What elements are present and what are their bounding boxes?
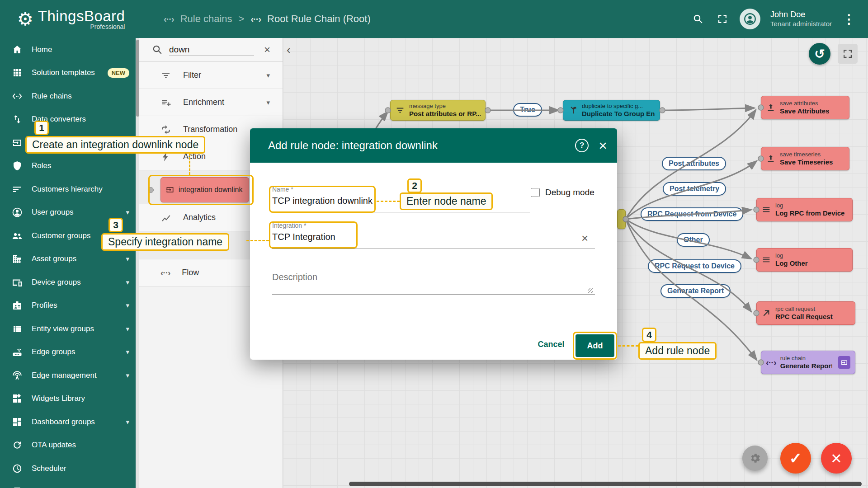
sidebar-item-solution-templates[interactable]: Solution templatesNEW: [0, 61, 136, 85]
list-icon: [761, 255, 771, 265]
palette-node-integration-downlink[interactable]: integration downlink: [160, 177, 249, 202]
thingsboard-logo-icon: ⚙: [17, 10, 33, 28]
sidebar-item-rule-chains[interactable]: Rule chains: [0, 84, 136, 108]
sidebar-item-device-groups[interactable]: Device groups▾: [0, 271, 136, 294]
dashboard-icon: [12, 417, 23, 427]
palette-category-filter[interactable]: Filter▾: [139, 62, 283, 89]
dialog-header: Add rule node: integration downlink ? ×: [250, 128, 617, 163]
chevron-down-icon: ▾: [266, 71, 270, 80]
sidebar-nav: Home Solution templatesNEW Rule chains D…: [0, 38, 136, 488]
rule-node-message-type[interactable]: message typePost attributes or RP...: [390, 100, 486, 121]
chevron-down-icon: ▾: [126, 278, 129, 286]
name-input[interactable]: [272, 196, 408, 206]
rule-node-save-timeseries[interactable]: save timeseriesSave Timeseries: [761, 147, 849, 170]
cancel-button[interactable]: Cancel: [533, 340, 569, 349]
paint-icon: [12, 486, 23, 488]
update-icon: [12, 440, 23, 450]
description-input[interactable]: [272, 272, 498, 282]
list-icon: [761, 205, 771, 215]
clear-integration-icon[interactable]: ×: [581, 231, 588, 245]
palette-category-enrichment[interactable]: Enrichment▾: [139, 89, 283, 116]
version-history-button[interactable]: ↺: [809, 43, 830, 65]
add-button[interactable]: Add: [576, 334, 614, 357]
rule-node-save-attributes[interactable]: save attributesSave Attributes: [761, 96, 849, 119]
clear-search-icon[interactable]: ×: [264, 43, 270, 56]
annotation-step-text: Enter node name: [400, 192, 493, 210]
open-rule-chain-icon[interactable]: [838, 356, 850, 369]
rule-node-log-other[interactable]: logLog Other: [756, 248, 853, 272]
palette-search-input[interactable]: [169, 44, 254, 56]
building-icon: [12, 253, 23, 264]
trend-line-icon: [160, 212, 171, 223]
discard-changes-fab[interactable]: ×: [821, 443, 852, 474]
clock-icon: [12, 463, 23, 474]
sidebar-item-edge-groups[interactable]: Edge groups▾: [0, 341, 136, 364]
sidebar-item-home[interactable]: Home: [0, 38, 136, 61]
rule-node-rpc-call-request[interactable]: rpc call requestRPC Call Request: [756, 301, 855, 325]
rule-chain-icon: ‹··›: [164, 14, 174, 24]
dialog-title: Add rule node: integration downlink: [268, 139, 438, 152]
debug-mode-checkbox[interactable]: Debug mode: [531, 188, 594, 197]
sidebar-item-edge-management[interactable]: Edge management▾: [0, 364, 136, 387]
widgets-icon: [12, 393, 23, 404]
breadcrumb-current: Root Rule Chain (Root): [267, 13, 371, 25]
split-arrows-icon: [568, 105, 578, 115]
fullscreen-icon[interactable]: [715, 12, 730, 26]
rule-node-duplicate-to-group[interactable]: duplicate to specific g...Duplicate To G…: [563, 100, 660, 121]
home-icon: [12, 44, 23, 55]
sidebar-item-dashboard-groups[interactable]: Dashboard groups▾: [0, 410, 136, 434]
user-role: Tenant administrator: [770, 20, 832, 28]
upload-icon: [766, 103, 776, 113]
user-info[interactable]: John Doe Tenant administrator: [770, 9, 832, 28]
sidebar-item-ota-updates[interactable]: OTA updates: [0, 434, 136, 457]
annotation-step-number: 1: [34, 121, 49, 135]
breadcrumb: ‹··› Rule chains > ‹··› Root Rule Chain …: [164, 13, 371, 25]
name-underline: [272, 212, 530, 212]
sidebar-item-widgets-library[interactable]: Widgets Library: [0, 387, 136, 411]
rule-node-partially-hidden[interactable]: [617, 209, 626, 229]
debug-checkbox-input[interactable]: [531, 188, 540, 197]
sidebar-item-asset-groups[interactable]: Asset groups▾: [0, 248, 136, 271]
sidebar-item-roles[interactable]: Roles: [0, 155, 136, 178]
sidebar-scrollbar-thumb[interactable]: [136, 40, 139, 117]
apply-changes-fab[interactable]: ✓: [780, 443, 811, 474]
collapse-panel-icon[interactable]: ‹: [287, 43, 291, 57]
rule-node-rule-chain-generate-report[interactable]: ‹··› rule chainGenerate Report: [761, 351, 855, 374]
kebab-menu-icon[interactable]: ⋮: [842, 12, 856, 26]
debug-settings-fab[interactable]: [742, 446, 768, 471]
person-circle-icon: [12, 207, 23, 218]
brand-logo[interactable]: ⚙ ThingsBoard Professional: [0, 8, 136, 30]
canvas-horizontal-scrollbar[interactable]: [349, 482, 862, 486]
sidebar-item-profiles[interactable]: Profiles▾: [0, 294, 136, 318]
link-label-generate-report: Generate Report: [660, 284, 731, 298]
gear-icon: [749, 452, 761, 465]
help-icon[interactable]: ?: [575, 139, 589, 152]
top-bar: ⚙ ThingsBoard Professional ‹··› Rule cha…: [0, 0, 868, 38]
link-label-rpc-request-to-device: RPC Request to Device: [648, 259, 741, 273]
name-field-label: Name *: [272, 186, 293, 193]
avatar[interactable]: [740, 9, 760, 29]
filter-list-icon: [160, 70, 171, 81]
resize-handle[interactable]: [588, 288, 593, 293]
integration-input[interactable]: [272, 232, 408, 242]
canvas-fullscreen-button[interactable]: [838, 44, 858, 64]
search-icon[interactable]: [691, 12, 705, 26]
rule-node-log-rpc-from-device[interactable]: logLog RPC from Device: [756, 198, 853, 221]
link-label-rpc-request-from-device: RPC Request from Device: [641, 207, 743, 221]
sidebar-item-scheduler[interactable]: Scheduler: [0, 457, 136, 480]
transform-icon: [160, 124, 171, 135]
breadcrumb-parent[interactable]: Rule chains: [180, 13, 232, 25]
sidebar-item-customers-hierarchy[interactable]: Customers hierarchy: [0, 178, 136, 201]
topbar-actions: John Doe Tenant administrator ⋮: [691, 9, 868, 29]
chevron-down-icon: ▾: [126, 325, 129, 333]
palette-search-bar: × ‹: [139, 38, 283, 62]
close-icon[interactable]: ×: [599, 138, 607, 153]
sort-icon: [12, 184, 23, 195]
annotation-step-number: 2: [407, 178, 422, 193]
annotation-step-number: 3: [108, 218, 123, 232]
new-badge: NEW: [108, 68, 129, 78]
sidebar-item-entity-view-groups[interactable]: Entity view groups▾: [0, 317, 136, 341]
sidebar-item-white-labeling[interactable]: White Labeling▾: [0, 480, 136, 488]
sidebar-item-data-converters[interactable]: Data converters: [0, 108, 136, 131]
arrow-up-right-icon: [761, 308, 771, 318]
